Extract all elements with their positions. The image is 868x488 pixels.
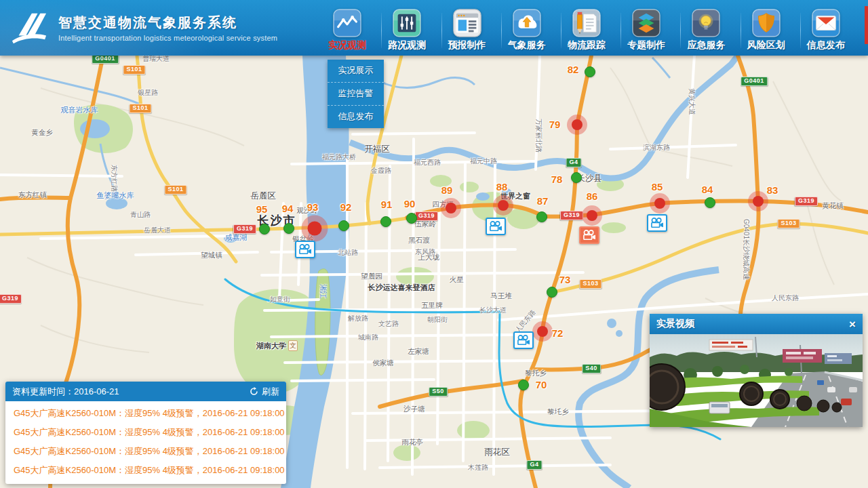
alert-panel: 资料更新时间：2016-06-21 刷新 G45大广高速K2560-010M：湿… — [5, 382, 286, 484]
map-marker-92[interactable] — [338, 220, 349, 231]
map-label: 城南路 — [358, 333, 378, 342]
map-marker-87[interactable] — [536, 211, 547, 222]
map-marker-82[interactable] — [585, 66, 595, 77]
map-marker-91[interactable] — [380, 216, 391, 227]
road-badge: G319 — [795, 197, 818, 206]
close-icon[interactable]: × — [849, 319, 856, 330]
lightbulb-icon — [692, 9, 720, 37]
submenu-item-1[interactable]: 实况展示 — [328, 60, 384, 82]
road-badge: S50 — [429, 387, 448, 396]
nav-item-lightbulb[interactable]: 应急服务 — [681, 9, 731, 52]
map-marker-79[interactable] — [572, 119, 583, 130]
nav-item-cloud-upload[interactable]: 气象服务 — [502, 9, 552, 52]
alert-row[interactable]: G45大广高速K2560-010M：湿度95% 4级预警，2016-06-21 … — [5, 404, 286, 423]
nav-item-sliders[interactable]: 路况观测 — [382, 9, 432, 52]
marker-number: 88 — [496, 181, 508, 192]
map-label: 金霞路 — [371, 166, 391, 176]
cloud-upload-icon — [513, 9, 541, 37]
video-panel-header: 实景视频 × — [650, 314, 863, 334]
road-badge: G0401 — [741, 77, 768, 86]
map-label: 解放路 — [348, 314, 368, 323]
marker-number: 92 — [340, 201, 352, 213]
camera-icon[interactable] — [486, 218, 506, 235]
nav-item-browser[interactable]: 预报制作 — [442, 9, 492, 52]
nav-item-label: 实况观测 — [328, 39, 366, 52]
map-marker-94[interactable] — [283, 223, 294, 234]
map-label: 黄花镇 — [822, 201, 844, 211]
map-label: 马王堆 — [490, 291, 512, 301]
map-label: 朝阳街 — [427, 315, 448, 325]
map-marker-78[interactable] — [571, 172, 582, 183]
layers-icon — [632, 9, 660, 37]
map-label: 北站路 — [338, 248, 358, 258]
marker-number: 70 — [536, 379, 547, 390]
nav-item-label: 物流跟踪 — [568, 39, 606, 52]
map-label: G0401长沙绕城高速 — [741, 219, 751, 280]
map-label: 望城镇 — [201, 251, 222, 260]
map-label: 福元中路 — [470, 157, 497, 166]
map-label: 东方红镇 — [18, 190, 47, 200]
refresh-icon — [250, 387, 258, 396]
map-label: 东风路 — [415, 247, 435, 257]
map-label: 普瑞大道 — [142, 54, 170, 64]
nav-item-label: 气象服务 — [508, 39, 546, 52]
map-label: 沙子塘 — [403, 405, 425, 414]
road-badge: S103 — [579, 279, 601, 289]
map-marker-85[interactable] — [654, 198, 665, 209]
map-marker-73[interactable] — [547, 287, 557, 298]
map-label: 东方红路 — [109, 165, 119, 192]
app-header: 智慧交通物流气象服务系统 Intelligent transportation … — [0, 0, 868, 56]
nav-item-pencil-note[interactable]: 物流跟踪 — [561, 9, 612, 52]
road-badge: G4 — [566, 158, 581, 167]
envelope-icon — [812, 9, 840, 37]
alert-row[interactable]: G45大广高速K2560-010M：湿度95% 4级预警，2016-06-21 … — [5, 442, 286, 461]
road-badge: S101 — [123, 65, 145, 75]
marker-number: 72 — [552, 327, 564, 339]
submenu-item-2[interactable]: 监控告警 — [328, 82, 384, 105]
nav-item-layers[interactable]: 专题制作 — [621, 9, 671, 52]
camera-icon[interactable] — [579, 226, 599, 244]
marker-number: 86 — [587, 190, 598, 202]
shield-icon — [752, 9, 781, 37]
refresh-label: 刷新 — [262, 386, 279, 398]
map-marker-72[interactable] — [537, 326, 548, 337]
submenu-item-3[interactable]: 信息发布 — [328, 105, 384, 128]
road-badge: G0401 — [92, 54, 119, 64]
map-marker-90[interactable] — [406, 213, 417, 224]
camera-icon[interactable] — [295, 241, 315, 258]
marker-number: 95 — [256, 203, 268, 215]
marker-number: 90 — [404, 198, 416, 209]
marker-number: 82 — [568, 64, 579, 75]
map-marker-86[interactable] — [587, 210, 597, 221]
camera-icon[interactable] — [647, 214, 667, 232]
map-label: 雨花区 — [484, 447, 510, 458]
camera-icon[interactable] — [513, 331, 534, 349]
marker-number: 93 — [307, 201, 319, 213]
browser-icon — [453, 9, 481, 37]
marker-number: 85 — [652, 181, 663, 192]
nav-item-shield[interactable]: 风险区划 — [741, 9, 791, 52]
nav-item-envelope[interactable]: 信息发布 — [801, 9, 851, 52]
video-panel: 实景视频 × — [650, 314, 863, 427]
map-marker-95[interactable] — [259, 224, 270, 235]
map-label: 银星路 — [138, 88, 158, 98]
refresh-button[interactable]: 刷新 — [250, 386, 279, 398]
map-label: 雨花亭 — [401, 438, 423, 447]
marker-number: 89 — [441, 184, 453, 196]
alert-row[interactable]: G45大广高速K2560-010M：湿度95% 4级预警，2016-06-21 … — [5, 423, 286, 442]
nav-item-line-chart[interactable]: 实况观测 — [322, 9, 372, 52]
road-badge: G319 — [415, 211, 438, 221]
marker-number: 73 — [559, 274, 571, 285]
app: 观音岩水库鱼婆嘴水库咸嘉湖湘江长沙市长沙县开福区雨花区岳麓区望城镇东方红镇黄金乡… — [0, 0, 868, 488]
line-chart-icon — [333, 9, 361, 37]
video-panel-title: 实景视频 — [656, 318, 694, 330]
map-label: 岳麓大道 — [144, 226, 171, 235]
map-marker-93[interactable] — [308, 222, 322, 236]
map-marker-84[interactable] — [705, 197, 715, 208]
map-marker-89[interactable] — [446, 203, 456, 214]
marker-number: 91 — [381, 199, 393, 210]
map-marker-70[interactable] — [518, 380, 529, 390]
map-marker-88[interactable] — [498, 200, 509, 211]
alert-row[interactable]: G45大广高速K2560-010M：湿度95% 4级预警，2016-06-21 … — [5, 461, 286, 480]
map-marker-83[interactable] — [753, 196, 764, 207]
